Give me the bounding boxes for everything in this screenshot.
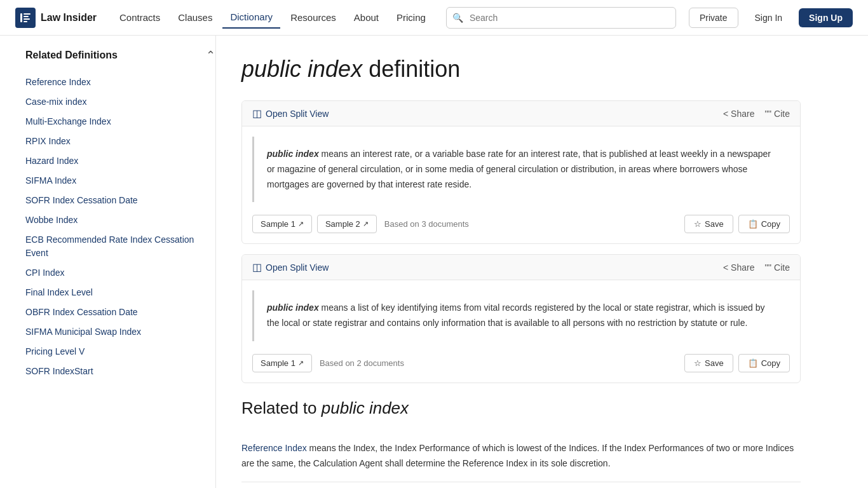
logo-icon: [15, 8, 36, 28]
svg-rect-2: [24, 16, 29, 17]
split-view-label: Open Split View: [266, 262, 329, 273]
signup-button[interactable]: Sign Up: [799, 8, 853, 27]
main-content: public index definition ◫ Open Split Vie…: [216, 36, 826, 488]
sidebar-link[interactable]: RPIX Index: [25, 136, 71, 146]
sidebar-link[interactable]: Pricing Level V: [25, 346, 85, 356]
sidebar-list-item: SOFR IndexStart: [25, 362, 215, 381]
sidebar-list-item: Case-mix index: [25, 92, 215, 112]
sample-button-2[interactable]: Sample 2 ↗: [317, 215, 377, 233]
related-title-italic: public index: [322, 398, 409, 417]
signin-button[interactable]: Sign In: [745, 8, 793, 27]
sidebar-link[interactable]: SIFMA Municipal Swap Index: [25, 327, 141, 337]
sidebar-link[interactable]: Multi-Exchange Index: [25, 116, 111, 126]
cite-button[interactable]: "" Cite: [764, 262, 790, 273]
copy-label: Copy: [761, 358, 780, 368]
save-label: Save: [705, 219, 724, 229]
open-split-view-button[interactable]: ◫ Open Split View: [252, 107, 329, 119]
external-link-icon: ↗: [298, 359, 304, 367]
sidebar-list-item: OBFR Index Cessation Date: [25, 302, 215, 322]
nav-clauses[interactable]: Clauses: [170, 7, 220, 28]
related-item-link[interactable]: Reference Index: [241, 443, 307, 453]
nav-about[interactable]: About: [346, 7, 386, 28]
nav-contracts[interactable]: Contracts: [112, 7, 168, 28]
share-button[interactable]: < Share: [723, 109, 755, 119]
nav-dictionary[interactable]: Dictionary: [222, 6, 280, 29]
page-title-italic: public index: [241, 56, 362, 82]
save-label: Save: [705, 358, 724, 368]
sidebar-link[interactable]: Case-mix index: [25, 97, 86, 107]
sidebar-list-item: SIFMA Index: [25, 171, 215, 191]
based-on-text: Based on 3 documents: [384, 219, 469, 229]
sidebar-list-item: Pricing Level V: [25, 342, 215, 362]
cite-label: Cite: [774, 109, 790, 119]
def-card-header: ◫ Open Split View< Share"" Cite: [242, 255, 800, 280]
share-icon: <: [723, 262, 728, 273]
definition-card: ◫ Open Split View< Share"" Citepublic in…: [241, 254, 801, 383]
search-input[interactable]: [446, 7, 676, 29]
sidebar-toggle-button[interactable]: ⌃: [206, 48, 215, 62]
sidebar-list-item: SIFMA Municipal Swap Index: [25, 322, 215, 342]
sidebar-list-item: Reference Index: [25, 72, 215, 92]
cite-label: Cite: [774, 262, 790, 273]
def-card-footer: Sample 1 ↗Based on 2 documents☆ Save📋 Co…: [242, 349, 800, 383]
nav-actions: Private Sign In Sign Up: [689, 8, 853, 28]
sidebar-header: Related Definitions ⌃: [25, 48, 215, 62]
save-button[interactable]: ☆ Save: [684, 215, 733, 233]
def-action-buttons: ☆ Save📋 Copy: [684, 215, 790, 233]
star-icon: ☆: [694, 358, 702, 368]
related-title: Related to public index: [241, 398, 801, 418]
sample-button-1[interactable]: Sample 1 ↗: [252, 215, 312, 233]
nav-resources[interactable]: Resources: [283, 7, 344, 28]
save-button[interactable]: ☆ Save: [684, 354, 733, 372]
copy-label: Copy: [761, 219, 780, 229]
svg-rect-1: [24, 13, 31, 15]
logo-link[interactable]: Law Insider: [15, 8, 97, 28]
page-title-rest: definition: [369, 56, 460, 82]
sidebar-link[interactable]: Wobbe Index: [25, 215, 78, 225]
open-split-view-button[interactable]: ◫ Open Split View: [252, 261, 329, 273]
related-item: Case-mix index means an arithmetical ind…: [241, 482, 801, 488]
copy-icon: 📋: [748, 358, 758, 368]
svg-rect-4: [24, 21, 27, 22]
copy-button[interactable]: 📋 Copy: [738, 215, 790, 233]
sidebar-link[interactable]: SOFR IndexStart: [25, 366, 93, 376]
based-on-text: Based on 2 documents: [320, 358, 404, 368]
nav-links: Contracts Clauses Dictionary Resources A…: [112, 6, 433, 29]
sidebar-link[interactable]: CPI Index: [25, 268, 64, 278]
sample-label: Sample 1: [261, 358, 295, 368]
private-button[interactable]: Private: [689, 8, 738, 28]
copy-button[interactable]: 📋 Copy: [738, 354, 790, 372]
sidebar-list-item: SOFR Index Cessation Date: [25, 191, 215, 210]
sidebar-list-item: Multi-Exchange Index: [25, 112, 215, 132]
sidebar-list: Reference IndexCase-mix indexMulti-Excha…: [25, 72, 215, 381]
cite-button[interactable]: "" Cite: [764, 108, 790, 119]
sidebar-link[interactable]: OBFR Index Cessation Date: [25, 307, 138, 317]
definition-body: public index means an interest rate, or …: [252, 137, 790, 202]
sidebar-list-item: ECB Recommended Rate Index Cessation Eve…: [25, 230, 215, 263]
sidebar-link[interactable]: Final Index Level: [25, 287, 93, 297]
copy-icon: 📋: [748, 219, 758, 229]
sample-label: Sample 1: [261, 219, 295, 229]
share-button[interactable]: < Share: [723, 262, 755, 273]
search-icon: 🔍: [452, 13, 463, 23]
navbar: Law Insider Contracts Clauses Dictionary…: [0, 0, 868, 36]
share-icon: <: [723, 109, 728, 119]
share-label: Share: [731, 262, 754, 273]
sidebar-link[interactable]: SOFR Index Cessation Date: [25, 195, 138, 205]
sidebar-link[interactable]: Hazard Index: [25, 156, 78, 166]
def-card-header-actions: < Share"" Cite: [723, 108, 790, 119]
split-view-icon: ◫: [252, 261, 262, 273]
sidebar-list-item: Final Index Level: [25, 283, 215, 302]
nav-pricing[interactable]: Pricing: [389, 7, 433, 28]
sidebar-link[interactable]: ECB Recommended Rate Index Cessation Eve…: [25, 234, 194, 258]
sidebar-link[interactable]: SIFMA Index: [25, 175, 76, 186]
sidebar-list-item: Hazard Index: [25, 151, 215, 171]
def-card-header-actions: < Share"" Cite: [723, 262, 790, 273]
definition-term: public index: [267, 149, 319, 159]
sidebar-link[interactable]: Reference Index: [25, 77, 91, 87]
sample-button-1[interactable]: Sample 1 ↗: [252, 354, 312, 372]
split-view-icon: ◫: [252, 107, 262, 119]
related-section: Related to public index Reference Index …: [241, 398, 801, 488]
share-label: Share: [731, 109, 754, 119]
def-action-buttons: ☆ Save📋 Copy: [684, 354, 790, 372]
